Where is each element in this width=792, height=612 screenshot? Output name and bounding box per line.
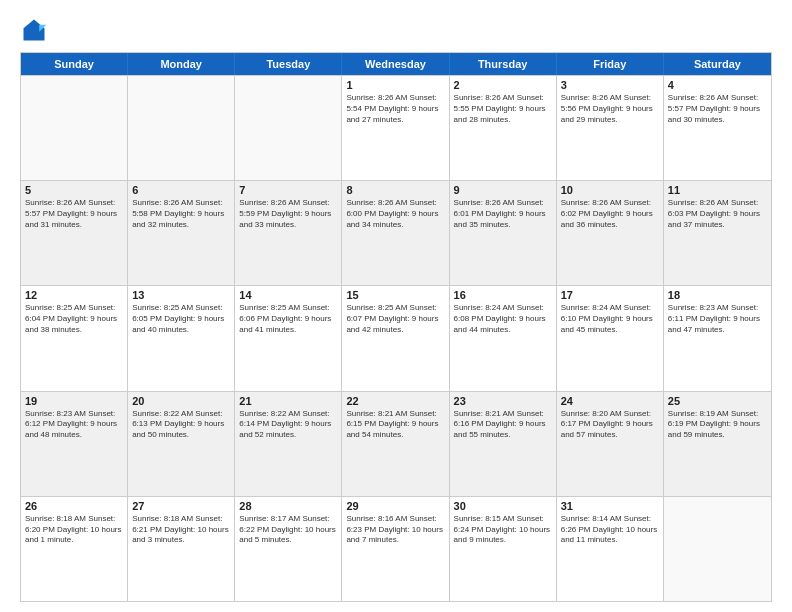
calendar-day-cell: 3Sunrise: 8:26 AM Sunset: 5:56 PM Daylig… (557, 76, 664, 180)
calendar-day-cell: 29Sunrise: 8:16 AM Sunset: 6:23 PM Dayli… (342, 497, 449, 601)
calendar-day-cell: 31Sunrise: 8:14 AM Sunset: 6:26 PM Dayli… (557, 497, 664, 601)
day-number: 19 (25, 395, 123, 407)
header (20, 16, 772, 44)
calendar-day-cell: 14Sunrise: 8:25 AM Sunset: 6:06 PM Dayli… (235, 286, 342, 390)
day-info: Sunrise: 8:26 AM Sunset: 5:57 PM Dayligh… (25, 198, 123, 230)
day-info: Sunrise: 8:15 AM Sunset: 6:24 PM Dayligh… (454, 514, 552, 546)
day-info: Sunrise: 8:26 AM Sunset: 5:58 PM Dayligh… (132, 198, 230, 230)
day-number: 11 (668, 184, 767, 196)
day-number: 29 (346, 500, 444, 512)
calendar-week-row: 19Sunrise: 8:23 AM Sunset: 6:12 PM Dayli… (21, 391, 771, 496)
day-number: 7 (239, 184, 337, 196)
day-info: Sunrise: 8:26 AM Sunset: 5:56 PM Dayligh… (561, 93, 659, 125)
calendar-day-cell: 27Sunrise: 8:18 AM Sunset: 6:21 PM Dayli… (128, 497, 235, 601)
calendar: SundayMondayTuesdayWednesdayThursdayFrid… (20, 52, 772, 602)
day-info: Sunrise: 8:26 AM Sunset: 5:55 PM Dayligh… (454, 93, 552, 125)
calendar-day-cell: 2Sunrise: 8:26 AM Sunset: 5:55 PM Daylig… (450, 76, 557, 180)
svg-marker-0 (24, 20, 45, 41)
day-info: Sunrise: 8:26 AM Sunset: 6:00 PM Dayligh… (346, 198, 444, 230)
calendar-day-cell (235, 76, 342, 180)
calendar-header-cell: Friday (557, 53, 664, 75)
day-info: Sunrise: 8:16 AM Sunset: 6:23 PM Dayligh… (346, 514, 444, 546)
day-number: 18 (668, 289, 767, 301)
logo (20, 16, 52, 44)
day-number: 17 (561, 289, 659, 301)
calendar-day-cell: 10Sunrise: 8:26 AM Sunset: 6:02 PM Dayli… (557, 181, 664, 285)
day-info: Sunrise: 8:23 AM Sunset: 6:11 PM Dayligh… (668, 303, 767, 335)
day-info: Sunrise: 8:24 AM Sunset: 6:10 PM Dayligh… (561, 303, 659, 335)
calendar-day-cell: 24Sunrise: 8:20 AM Sunset: 6:17 PM Dayli… (557, 392, 664, 496)
day-number: 25 (668, 395, 767, 407)
day-info: Sunrise: 8:18 AM Sunset: 6:20 PM Dayligh… (25, 514, 123, 546)
day-info: Sunrise: 8:22 AM Sunset: 6:13 PM Dayligh… (132, 409, 230, 441)
day-info: Sunrise: 8:20 AM Sunset: 6:17 PM Dayligh… (561, 409, 659, 441)
day-info: Sunrise: 8:25 AM Sunset: 6:07 PM Dayligh… (346, 303, 444, 335)
day-number: 8 (346, 184, 444, 196)
calendar-day-cell: 21Sunrise: 8:22 AM Sunset: 6:14 PM Dayli… (235, 392, 342, 496)
calendar-day-cell: 28Sunrise: 8:17 AM Sunset: 6:22 PM Dayli… (235, 497, 342, 601)
day-number: 10 (561, 184, 659, 196)
day-number: 21 (239, 395, 337, 407)
calendar-day-cell (128, 76, 235, 180)
day-info: Sunrise: 8:21 AM Sunset: 6:16 PM Dayligh… (454, 409, 552, 441)
calendar-week-row: 5Sunrise: 8:26 AM Sunset: 5:57 PM Daylig… (21, 180, 771, 285)
calendar-day-cell (21, 76, 128, 180)
day-info: Sunrise: 8:25 AM Sunset: 6:05 PM Dayligh… (132, 303, 230, 335)
calendar-header-cell: Saturday (664, 53, 771, 75)
calendar-day-cell: 30Sunrise: 8:15 AM Sunset: 6:24 PM Dayli… (450, 497, 557, 601)
day-info: Sunrise: 8:26 AM Sunset: 6:03 PM Dayligh… (668, 198, 767, 230)
day-info: Sunrise: 8:26 AM Sunset: 5:59 PM Dayligh… (239, 198, 337, 230)
day-info: Sunrise: 8:14 AM Sunset: 6:26 PM Dayligh… (561, 514, 659, 546)
calendar-day-cell: 11Sunrise: 8:26 AM Sunset: 6:03 PM Dayli… (664, 181, 771, 285)
calendar-day-cell: 22Sunrise: 8:21 AM Sunset: 6:15 PM Dayli… (342, 392, 449, 496)
day-info: Sunrise: 8:26 AM Sunset: 6:01 PM Dayligh… (454, 198, 552, 230)
day-info: Sunrise: 8:22 AM Sunset: 6:14 PM Dayligh… (239, 409, 337, 441)
day-number: 13 (132, 289, 230, 301)
calendar-day-cell: 12Sunrise: 8:25 AM Sunset: 6:04 PM Dayli… (21, 286, 128, 390)
day-number: 28 (239, 500, 337, 512)
calendar-day-cell: 8Sunrise: 8:26 AM Sunset: 6:00 PM Daylig… (342, 181, 449, 285)
day-number: 9 (454, 184, 552, 196)
day-number: 16 (454, 289, 552, 301)
day-number: 30 (454, 500, 552, 512)
calendar-day-cell: 6Sunrise: 8:26 AM Sunset: 5:58 PM Daylig… (128, 181, 235, 285)
day-info: Sunrise: 8:26 AM Sunset: 5:57 PM Dayligh… (668, 93, 767, 125)
logo-icon (20, 16, 48, 44)
day-info: Sunrise: 8:25 AM Sunset: 6:04 PM Dayligh… (25, 303, 123, 335)
calendar-day-cell: 25Sunrise: 8:19 AM Sunset: 6:19 PM Dayli… (664, 392, 771, 496)
day-number: 31 (561, 500, 659, 512)
calendar-week-row: 26Sunrise: 8:18 AM Sunset: 6:20 PM Dayli… (21, 496, 771, 601)
day-info: Sunrise: 8:21 AM Sunset: 6:15 PM Dayligh… (346, 409, 444, 441)
day-number: 6 (132, 184, 230, 196)
calendar-day-cell: 20Sunrise: 8:22 AM Sunset: 6:13 PM Dayli… (128, 392, 235, 496)
calendar-day-cell: 5Sunrise: 8:26 AM Sunset: 5:57 PM Daylig… (21, 181, 128, 285)
calendar-week-row: 1Sunrise: 8:26 AM Sunset: 5:54 PM Daylig… (21, 75, 771, 180)
calendar-week-row: 12Sunrise: 8:25 AM Sunset: 6:04 PM Dayli… (21, 285, 771, 390)
page: SundayMondayTuesdayWednesdayThursdayFrid… (0, 0, 792, 612)
calendar-header-cell: Wednesday (342, 53, 449, 75)
calendar-day-cell: 4Sunrise: 8:26 AM Sunset: 5:57 PM Daylig… (664, 76, 771, 180)
calendar-day-cell: 9Sunrise: 8:26 AM Sunset: 6:01 PM Daylig… (450, 181, 557, 285)
calendar-day-cell (664, 497, 771, 601)
calendar-day-cell: 19Sunrise: 8:23 AM Sunset: 6:12 PM Dayli… (21, 392, 128, 496)
day-info: Sunrise: 8:17 AM Sunset: 6:22 PM Dayligh… (239, 514, 337, 546)
calendar-day-cell: 17Sunrise: 8:24 AM Sunset: 6:10 PM Dayli… (557, 286, 664, 390)
day-number: 2 (454, 79, 552, 91)
day-info: Sunrise: 8:25 AM Sunset: 6:06 PM Dayligh… (239, 303, 337, 335)
day-number: 4 (668, 79, 767, 91)
day-info: Sunrise: 8:19 AM Sunset: 6:19 PM Dayligh… (668, 409, 767, 441)
day-info: Sunrise: 8:26 AM Sunset: 6:02 PM Dayligh… (561, 198, 659, 230)
calendar-day-cell: 15Sunrise: 8:25 AM Sunset: 6:07 PM Dayli… (342, 286, 449, 390)
calendar-header-cell: Thursday (450, 53, 557, 75)
calendar-day-cell: 7Sunrise: 8:26 AM Sunset: 5:59 PM Daylig… (235, 181, 342, 285)
day-info: Sunrise: 8:18 AM Sunset: 6:21 PM Dayligh… (132, 514, 230, 546)
day-number: 20 (132, 395, 230, 407)
calendar-day-cell: 1Sunrise: 8:26 AM Sunset: 5:54 PM Daylig… (342, 76, 449, 180)
calendar-header-cell: Sunday (21, 53, 128, 75)
calendar-header-cell: Monday (128, 53, 235, 75)
day-number: 14 (239, 289, 337, 301)
calendar-day-cell: 23Sunrise: 8:21 AM Sunset: 6:16 PM Dayli… (450, 392, 557, 496)
calendar-header-cell: Tuesday (235, 53, 342, 75)
day-number: 3 (561, 79, 659, 91)
calendar-day-cell: 26Sunrise: 8:18 AM Sunset: 6:20 PM Dayli… (21, 497, 128, 601)
